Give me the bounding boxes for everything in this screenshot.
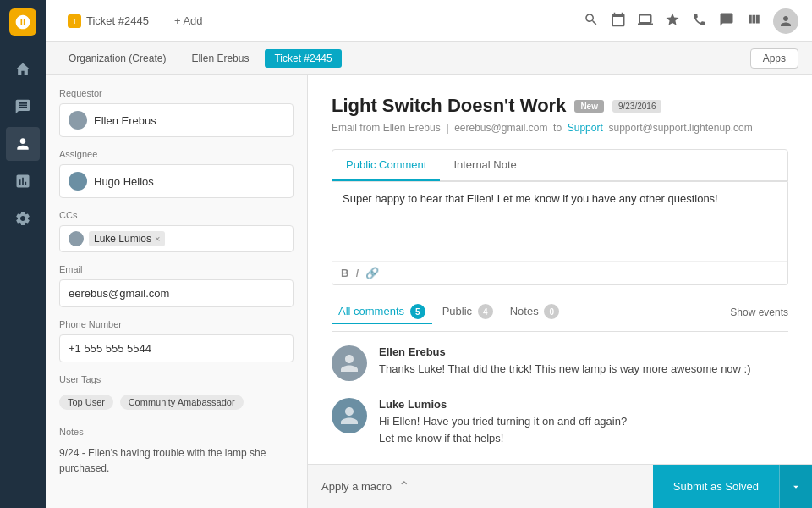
comment-text-1: Hi Ellen! Have you tried turning it on a…	[379, 413, 627, 446]
cc-tag: Luke Lumios ×	[89, 231, 165, 246]
below-breadcrumb: Requestor Ellen Erebus Assignee Hugo Hel…	[46, 75, 812, 508]
tags-label: User Tags	[59, 374, 294, 384]
star-icon[interactable]	[665, 12, 680, 30]
meta-support-email: support@support.lightenup.com	[608, 122, 752, 134]
notes-text: 9/24 - Ellen's having trouble with the l…	[59, 442, 294, 476]
public-badge: 4	[478, 304, 493, 319]
comment-author-0: Ellen Erebus	[379, 345, 751, 358]
ccs-field[interactable]: Luke Lumios ×	[59, 225, 294, 252]
submit-group: Submit as Solved	[653, 465, 812, 508]
italic-icon[interactable]: I	[355, 267, 359, 279]
ccs-label: CCs	[59, 210, 294, 220]
comment-text-0: Thanks Luke! That did the trick! This ne…	[379, 361, 751, 378]
comment-toolbar: B I 🔗	[332, 261, 787, 284]
cc-tag-name: Luke Lumios	[94, 233, 151, 245]
requestor-field[interactable]: Ellen Erebus	[59, 103, 294, 137]
status-badge-new: New	[574, 100, 604, 113]
comment-tabs-container: Public Comment Internal Note	[332, 149, 788, 182]
top-bar: T Ticket #2445 + Add	[46, 0, 812, 42]
requestor-label: Requestor	[59, 88, 294, 98]
phone-value: +1 555 555 5544	[69, 342, 151, 355]
assignee-avatar	[69, 172, 87, 190]
filter-notes[interactable]: Notes 0	[503, 301, 567, 324]
ticket-tab-active[interactable]: T Ticket #2445	[59, 11, 157, 31]
breadcrumb-user[interactable]: Ellen Erebus	[182, 49, 258, 68]
apply-macro-chevron: ⌃	[398, 478, 409, 494]
assignee-name: Hugo Helios	[94, 175, 154, 188]
comment-tabs: Public Comment Internal Note	[332, 150, 787, 181]
users-nav-icon[interactable]	[6, 127, 40, 161]
ticket-sidebar: Requestor Ellen Erebus Assignee Hugo Hel…	[46, 75, 308, 508]
grid-icon[interactable]	[746, 12, 761, 30]
tab-public-comment[interactable]: Public Comment	[332, 150, 440, 181]
breadcrumb-ticket[interactable]: Ticket #2445	[265, 49, 341, 68]
comment-avatar-0	[332, 345, 367, 381]
comment-author-1: Luke Lumios	[379, 398, 627, 411]
meta-email: eerebus@gmail.com	[454, 122, 547, 134]
comment-body-1: Luke Lumios Hi Ellen! Have you tried tur…	[379, 398, 627, 446]
monitor-icon[interactable]	[638, 12, 653, 30]
comment-box: B I 🔗	[332, 182, 788, 285]
submit-button[interactable]: Submit as Solved	[653, 465, 779, 508]
add-button[interactable]: + Add	[167, 11, 210, 30]
requestor-avatar	[69, 111, 87, 130]
meta-from: Email from Ellen Erebus	[332, 122, 441, 134]
email-value: eerebus@gmail.com	[69, 287, 169, 300]
breadcrumb-org[interactable]: Organization (Create)	[59, 49, 175, 68]
ticket-tab-label: Ticket #2445	[86, 14, 149, 27]
apply-macro-label: Apply a macro	[321, 480, 392, 493]
assignee-field[interactable]: Hugo Helios	[59, 164, 294, 198]
assignee-label: Assignee	[59, 149, 294, 159]
tag-community: Community Amabassador	[120, 395, 244, 410]
filter-all-comments[interactable]: All comments 5	[332, 301, 432, 324]
show-events-button[interactable]: Show events	[730, 306, 788, 318]
home-nav-icon[interactable]	[6, 52, 40, 86]
tab-internal-note[interactable]: Internal Note	[440, 150, 529, 181]
reports-nav-icon[interactable]	[6, 164, 40, 198]
tag-top-user: Top User	[59, 395, 113, 410]
top-bar-actions	[584, 8, 798, 34]
bottom-bar: Apply a macro ⌃ Submit as Solved	[308, 464, 812, 508]
settings-nav-icon[interactable]	[6, 202, 40, 235]
link-icon[interactable]: 🔗	[365, 267, 379, 279]
tags-container: Top User Community Amabassador	[59, 389, 294, 415]
comment-entry-0: Ellen Erebus Thanks Luke! That did the t…	[332, 345, 788, 381]
meta-support-link[interactable]: Support	[568, 122, 603, 134]
ticket-title-row: Light Switch Doesn't Work New 9/23/2016	[332, 95, 788, 117]
search-icon[interactable]	[584, 12, 599, 30]
comment-entry-1: Luke Lumios Hi Ellen! Have you tried tur…	[332, 398, 788, 446]
right-section: T Ticket #2445 + Add	[46, 0, 812, 508]
cc-remove-button[interactable]: ×	[155, 234, 160, 244]
email-label: Email	[59, 264, 294, 274]
ticket-content: Light Switch Doesn't Work New 9/23/2016 …	[308, 75, 812, 464]
user-avatar[interactable]	[773, 8, 798, 34]
ticket-title: Light Switch Doesn't Work	[332, 95, 566, 117]
bold-icon[interactable]: B	[341, 267, 348, 279]
requestor-name: Ellen Erebus	[94, 114, 156, 127]
left-nav	[0, 0, 46, 508]
email-field[interactable]: eerebus@gmail.com	[59, 279, 294, 307]
app-logo	[9, 8, 36, 36]
phone-label: Phone Number	[59, 319, 294, 329]
comment-body-0: Ellen Erebus Thanks Luke! That did the t…	[379, 345, 751, 381]
submit-dropdown-button[interactable]	[779, 465, 812, 508]
phone-field[interactable]: +1 555 555 5544	[59, 334, 294, 362]
chat-icon[interactable]	[719, 12, 734, 30]
comments-filter-bar: All comments 5 Public 4 Notes 0 Show eve…	[332, 301, 788, 332]
date-badge: 9/23/2016	[612, 100, 662, 113]
all-comments-badge: 5	[410, 304, 425, 319]
ticket-main: Light Switch Doesn't Work New 9/23/2016 …	[308, 75, 812, 508]
tickets-nav-icon[interactable]	[6, 90, 40, 124]
apply-macro-container: Apply a macro ⌃	[321, 478, 653, 494]
comment-avatar-1	[332, 398, 367, 433]
comment-textarea[interactable]	[332, 182, 787, 258]
ticket-meta: Email from Ellen Erebus | eerebus@gmail.…	[332, 122, 788, 134]
notes-label: Notes	[59, 427, 294, 437]
cc-avatar	[69, 231, 84, 246]
ticket-icon: T	[68, 14, 81, 28]
calendar-icon[interactable]	[611, 12, 626, 30]
filter-public[interactable]: Public 4	[436, 301, 500, 324]
phone-icon[interactable]	[692, 12, 707, 30]
apps-button[interactable]: Apps	[750, 48, 798, 69]
breadcrumb-bar: Organization (Create) Ellen Erebus Ticke…	[46, 42, 812, 75]
